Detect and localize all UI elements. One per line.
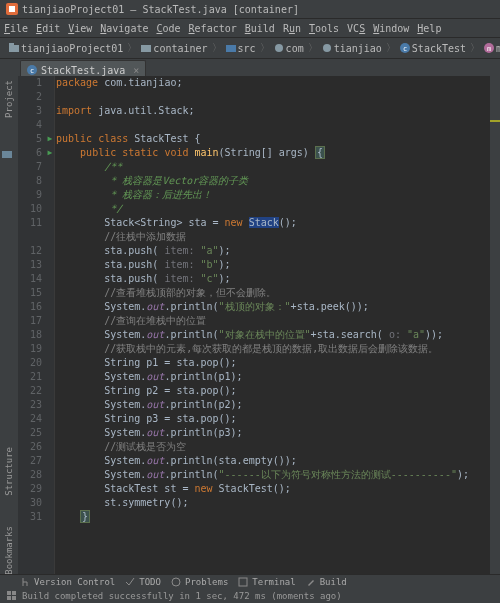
crumb-class[interactable]: cStackTest [397,43,469,54]
menu-window[interactable]: Window [373,23,409,34]
menu-code[interactable]: Code [156,23,180,34]
toolwin-build[interactable]: Build [306,577,347,587]
warning-stripe-icon[interactable] [490,120,500,122]
warning-icon [171,577,181,587]
package-icon [274,43,284,53]
crumb-module[interactable]: container [138,43,210,54]
left-tool-strip: Project Structure Bookmarks [0,76,19,575]
svg-rect-2 [9,45,19,52]
svg-point-15 [172,578,180,586]
folder-icon [9,43,19,53]
chevron-right-icon: 〉 [469,41,481,55]
folder-icon [226,43,236,53]
menu-edit[interactable]: Edit [36,23,60,34]
window-title: tianjiaoProject01 – StackTest.java [cont… [22,4,299,15]
toolwin-structure[interactable]: Structure [4,447,14,496]
menu-file[interactable]: File [4,23,28,34]
svg-text:m: m [487,45,491,53]
menu-bar[interactable]: File Edit View Navigate Code Refactor Bu… [0,19,500,38]
svg-point-7 [323,44,331,52]
svg-rect-5 [226,45,236,52]
app-icon [6,3,18,15]
hammer-icon [306,577,316,587]
crumb-method[interactable]: mmain [481,43,500,54]
svg-rect-20 [12,596,16,600]
menu-tools[interactable]: Tools [309,23,339,34]
check-icon [125,577,135,587]
menu-build[interactable]: Build [245,23,275,34]
svg-rect-18 [12,591,16,595]
svg-rect-17 [7,591,11,595]
close-icon[interactable]: × [133,65,139,76]
svg-rect-1 [9,6,15,12]
crumb-project[interactable]: tianjiaoProject01 [6,43,126,54]
toolwin-project[interactable]: Project [4,80,14,118]
menu-navigate[interactable]: Navigate [100,23,148,34]
svg-rect-4 [141,45,151,52]
svg-text:c: c [30,67,34,75]
tab-label: StackTest.java [41,65,125,76]
svg-rect-19 [7,596,11,600]
chevron-right-icon: 〉 [211,41,223,55]
menu-view[interactable]: View [68,23,92,34]
windows-icon[interactable] [6,590,18,602]
toolwin-bookmarks[interactable]: Bookmarks [4,526,14,575]
status-text: Build completed successfully in 1 sec, 4… [22,591,342,601]
svg-text:c: c [403,45,407,53]
svg-rect-16 [239,578,247,586]
run-gutter-icon[interactable]: ▶ [44,132,56,146]
toolwin-problems[interactable]: Problems [171,577,228,587]
toolwin-vcs[interactable]: Version Control [20,577,115,587]
crumb-pkg1[interactable]: com [271,43,307,54]
title-bar: tianjiaoProject01 – StackTest.java [cont… [0,0,500,19]
menu-run[interactable]: Run [283,23,301,34]
editor-scrollbar[interactable] [490,76,500,575]
branch-icon [20,577,30,587]
menu-vcs[interactable]: VCS [347,23,365,34]
class-icon: c [27,65,37,75]
method-icon: m [484,43,494,53]
crumb-src[interactable]: src [223,43,259,54]
svg-rect-14 [2,151,12,158]
chevron-right-icon: 〉 [259,41,271,55]
folder-icon[interactable] [1,148,13,160]
breadcrumb: tianjiaoProject01 〉 container 〉 src 〉 co… [0,38,500,59]
bottom-tool-strip: Version Control TODO Problems Terminal B… [0,574,500,589]
crumb-pkg2[interactable]: tianjiao [319,43,385,54]
toolwin-terminal[interactable]: Terminal [238,577,295,587]
svg-point-6 [275,44,283,52]
menu-help[interactable]: Help [417,23,441,34]
class-icon: c [400,43,410,53]
svg-rect-3 [9,43,14,46]
package-icon [322,43,332,53]
chevron-right-icon: 〉 [385,41,397,55]
run-gutter-icon[interactable]: ▶ [44,146,56,160]
chevron-right-icon: 〉 [126,41,138,55]
terminal-icon [238,577,248,587]
folder-icon [141,43,151,53]
chevron-right-icon: 〉 [307,41,319,55]
status-bar: Build completed successfully in 1 sec, 4… [0,589,500,603]
menu-refactor[interactable]: Refactor [189,23,237,34]
toolwin-todo[interactable]: TODO [125,577,161,587]
editor[interactable]: 1package com.tianjiao; 2 3import java.ut… [18,76,500,575]
